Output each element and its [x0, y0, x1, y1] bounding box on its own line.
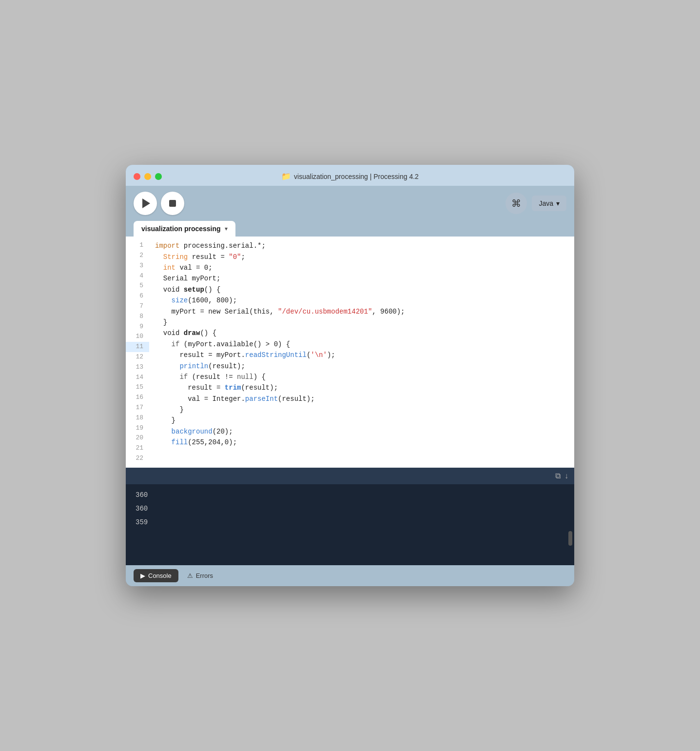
- code-line-2: String result = "0";: [155, 252, 568, 262]
- console-line-3: 359: [136, 515, 564, 529]
- debugger-icon: ⌘: [511, 198, 521, 209]
- toolbar-left: [134, 192, 184, 215]
- code-line-21: background(20);: [155, 426, 568, 437]
- tab-label: visualization processing: [141, 225, 221, 233]
- code-line-18: val = Integer.parseInt(result);: [155, 394, 568, 404]
- minimize-button[interactable]: [144, 173, 151, 180]
- ln-14: 14: [126, 373, 149, 383]
- errors-tab[interactable]: ⚠ Errors: [180, 569, 220, 582]
- code-line-13: if (myPort.available() > 0) {: [155, 339, 568, 350]
- debugger-button[interactable]: ⌘: [506, 193, 527, 214]
- ln-3: 3: [126, 261, 149, 271]
- folder-icon: 📁: [281, 172, 291, 181]
- code-container: 1 2 3 4 5 6 7 8 9 10 11 12 13 14 15 16 1…: [126, 237, 574, 468]
- clear-console-button[interactable]: ↓: [564, 472, 568, 480]
- errors-tab-label: Errors: [196, 572, 213, 579]
- run-button[interactable]: [134, 192, 157, 215]
- ln-17: 17: [126, 403, 149, 413]
- ln-6: 6: [126, 291, 149, 301]
- close-button[interactable]: [134, 173, 140, 180]
- code-line-12: void draw() {: [155, 328, 568, 338]
- code-line-7: void setup() {: [155, 284, 568, 295]
- stop-icon: [169, 200, 176, 207]
- window-title: 📁 visualization_processing | Processing …: [281, 172, 419, 181]
- ln-4: 4: [126, 271, 149, 281]
- java-label: Java: [539, 199, 553, 207]
- java-mode-button[interactable]: Java ▾: [532, 196, 566, 211]
- errors-tab-icon: ⚠: [187, 572, 193, 579]
- editor-area[interactable]: 1 2 3 4 5 6 7 8 9 10 11 12 13 14 15 16 1…: [126, 237, 574, 468]
- title-text: visualization_processing | Processing 4.…: [294, 173, 419, 180]
- code-line-5: Serial myPort;: [155, 273, 568, 284]
- play-icon: [142, 198, 150, 208]
- ln-2: 2: [126, 251, 149, 261]
- console-scrollbar[interactable]: [568, 531, 572, 546]
- ln-20: 20: [126, 433, 149, 443]
- ln-16: 16: [126, 393, 149, 403]
- java-dropdown-arrow: ▾: [556, 199, 560, 207]
- ln-10: 10: [126, 332, 149, 342]
- code-lines[interactable]: import processing.serial.*; String resul…: [149, 237, 574, 468]
- console-line-1: 360: [136, 488, 564, 502]
- main-window: 📁 visualization_processing | Processing …: [126, 165, 574, 586]
- console-tab[interactable]: ▶ Console: [134, 569, 178, 582]
- code-line-10: }: [155, 317, 568, 328]
- code-line-14: result = myPort.readStringUntil('\n');: [155, 350, 568, 360]
- code-line-19: }: [155, 404, 568, 415]
- code-line-15: println(result);: [155, 361, 568, 372]
- console-toolbar: ⧉ ↓: [126, 468, 574, 484]
- maximize-button[interactable]: [155, 173, 162, 180]
- console-output: 360 360 359: [126, 484, 574, 533]
- toolbar-right: ⌘ Java ▾: [506, 193, 566, 214]
- ln-8: 8: [126, 312, 149, 322]
- code-line-3: int val = 0;: [155, 262, 568, 273]
- tab-dropdown-arrow: ▾: [225, 225, 228, 232]
- bottom-tab-bar: ▶ Console ⚠ Errors: [126, 565, 574, 586]
- ln-9: 9: [126, 322, 149, 332]
- stop-button[interactable]: [161, 192, 184, 215]
- sketch-tab[interactable]: visualization processing ▾: [134, 221, 235, 237]
- ln-1: 1: [126, 240, 149, 251]
- toolbar: ⌘ Java ▾: [126, 186, 574, 221]
- ln-5: 5: [126, 281, 149, 291]
- line-numbers: 1 2 3 4 5 6 7 8 9 10 11 12 13 14 15 16 1…: [126, 237, 149, 468]
- title-bar: 📁 visualization_processing | Processing …: [126, 165, 574, 186]
- console-tab-icon: ▶: [140, 572, 145, 579]
- code-line-8: size(1600, 800);: [155, 295, 568, 306]
- ln-11: 11: [126, 342, 149, 352]
- code-line-17: result = trim(result);: [155, 382, 568, 393]
- tab-bar: visualization processing ▾: [126, 221, 574, 237]
- ln-12: 12: [126, 352, 149, 362]
- ln-21: 21: [126, 443, 149, 454]
- code-line-22: fill(255,204,0);: [155, 437, 568, 448]
- traffic-lights: [134, 173, 162, 180]
- ln-7: 7: [126, 301, 149, 312]
- code-line-20: }: [155, 415, 568, 426]
- console-line-2: 360: [136, 502, 564, 515]
- console-tab-label: Console: [148, 572, 172, 579]
- ln-22: 22: [126, 454, 149, 464]
- ln-19: 19: [126, 423, 149, 434]
- ln-13: 13: [126, 362, 149, 373]
- console-panel: ⧉ ↓ 360 360 359: [126, 468, 574, 565]
- code-line-1: import processing.serial.*;: [155, 240, 568, 251]
- code-line-9: myPort = new Serial(this, "/dev/cu.usbmo…: [155, 306, 568, 317]
- code-line-16: if (result != null) {: [155, 372, 568, 382]
- ln-15: 15: [126, 382, 149, 393]
- ln-18: 18: [126, 413, 149, 423]
- copy-console-button[interactable]: ⧉: [555, 472, 561, 480]
